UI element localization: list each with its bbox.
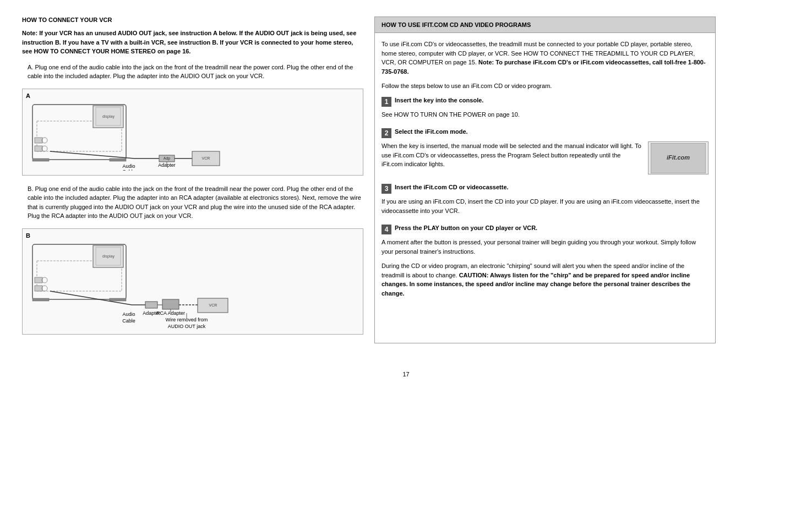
left-column: HOW TO CONNECT YOUR VCR Note: If your VC… [22,17,363,343]
step-3-body: If you are using an iFit.com CD, insert … [382,197,709,215]
svg-text:AUDIO OUT jack: AUDIO OUT jack [168,324,206,329]
step-3-number: 3 [382,184,391,194]
step-1-title: Insert the key into the console. [395,96,483,105]
svg-rect-36 [162,299,179,309]
svg-point-8 [42,146,47,151]
step-3-title: Insert the iFit.com CD or videocassette. [395,183,509,192]
svg-text:display: display [102,254,115,259]
step-2-block: 2 Select the iFit.com mode. When the key… [382,128,709,174]
svg-rect-31 [32,298,49,301]
svg-rect-10 [110,158,126,161]
svg-rect-5 [35,138,42,143]
svg-rect-29 [35,286,42,291]
svg-rect-7 [35,146,42,151]
svg-text:Cable: Cable [122,169,135,171]
svg-point-30 [42,286,47,291]
diagram-a-illustration: display Adp [27,94,225,171]
svg-text:Adp: Adp [164,156,171,161]
step-4-text1: A moment after the button is pressed, yo… [382,238,709,256]
step-2-title: Select the iFit.com mode. [395,128,468,136]
step-b-text: B. Plug one end of the audio cable into … [22,184,363,221]
right-column: HOW TO USE IFIT.COM CD AND VIDEO PROGRAM… [374,17,716,343]
step-2-inner: When the key is inserted, the manual mod… [382,141,709,174]
right-body: To use iFit.com CD's or videocassettes, … [375,33,715,313]
step-3-text: If you are using an iFit.com CD, insert … [382,197,709,215]
diagram-b-illustration: display [27,233,236,330]
right-intro1: To use iFit.com CD's or videocassettes, … [382,40,709,76]
step-1-number: 1 [382,97,391,107]
left-title: HOW TO CONNECT YOUR VCR [22,17,363,23]
svg-text:VCR: VCR [209,303,217,307]
step-4-header: 4 Press the PLAY button on your CD playe… [382,224,709,234]
step-2-body: When the key is inserted, the manual mod… [382,141,709,174]
step-3-header: 3 Insert the iFit.com CD or videocassett… [382,183,709,194]
svg-line-33 [50,291,132,305]
svg-text:VCR: VCR [202,156,210,160]
ifit-display: iFit.com [648,141,709,174]
svg-rect-35 [145,302,157,308]
step-2-number: 2 [382,128,391,138]
svg-rect-32 [110,298,126,301]
step-4-number: 4 [382,225,391,234]
step-4-block: 4 Press the PLAY button on your CD playe… [382,224,709,298]
step-3-block: 3 Insert the iFit.com CD or videocassett… [382,183,709,215]
step-2-text: When the key is inserted, the manual mod… [382,141,642,169]
step-1-text: See HOW TO TURN ON THE POWER on page 10. [382,110,709,119]
svg-text:display: display [102,114,115,119]
step-4-text2: During the CD or video program, an elect… [382,261,709,298]
right-intro2: Follow the steps below to use an iFit.co… [382,81,709,91]
step-1-body: See HOW TO TURN ON THE POWER on page 10. [382,110,709,119]
svg-text:Cable: Cable [122,318,135,324]
svg-text:iFit.com: iFit.com [667,154,690,161]
diagram-a: A display [22,89,363,176]
step-1-header: 1 Insert the key into the console. [382,96,709,107]
svg-rect-9 [32,158,49,161]
step-4-title: Press the PLAY button on your CD player … [395,224,537,232]
diagram-a-svg: display Adp [27,94,358,171]
step-1-block: 1 Insert the key into the console. See H… [382,96,709,119]
ifit-display-svg: iFit.com [651,143,706,173]
svg-text:Audio: Audio [122,311,135,317]
svg-point-6 [42,138,47,143]
diagram-b: B display [22,228,363,335]
right-header: HOW TO USE IFIT.COM CD AND VIDEO PROGRAM… [375,17,715,33]
step-4-body: A moment after the button is pressed, yo… [382,238,709,298]
svg-rect-27 [35,277,42,283]
diagram-b-svg: display [27,233,358,330]
page-container: HOW TO CONNECT YOUR VCR Note: If your VC… [0,0,812,360]
intro-note: Note: If your VCR has an unused AUDIO OU… [22,29,363,56]
step-2-header: 2 Select the iFit.com mode. [382,128,709,138]
svg-line-11 [50,151,134,158]
step-a-text: A. Plug one end of the audio cable into … [22,63,363,81]
svg-text:Audio: Audio [122,163,135,169]
svg-point-28 [42,277,47,283]
page-number: 17 [0,360,812,383]
